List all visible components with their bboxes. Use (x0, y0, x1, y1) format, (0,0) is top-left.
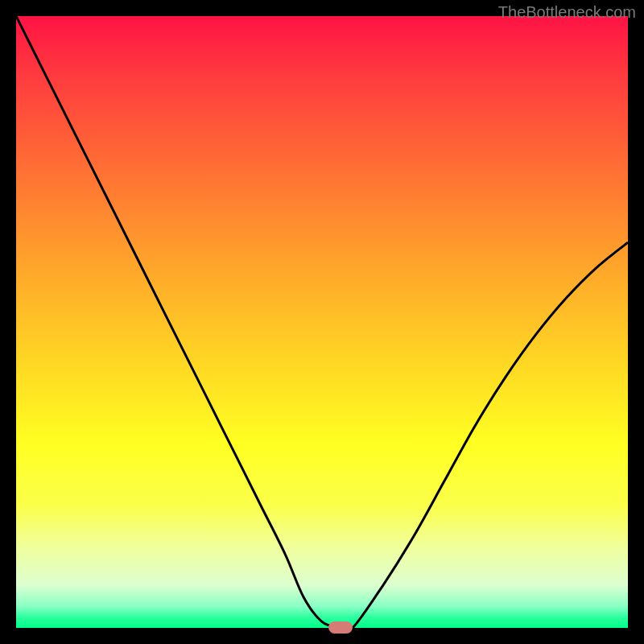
watermark-text: TheBottleneck.com (498, 3, 636, 22)
chart-frame (16, 16, 628, 628)
optimum-marker (328, 621, 353, 634)
bottleneck-curve (16, 16, 628, 628)
curve-svg (16, 16, 628, 628)
